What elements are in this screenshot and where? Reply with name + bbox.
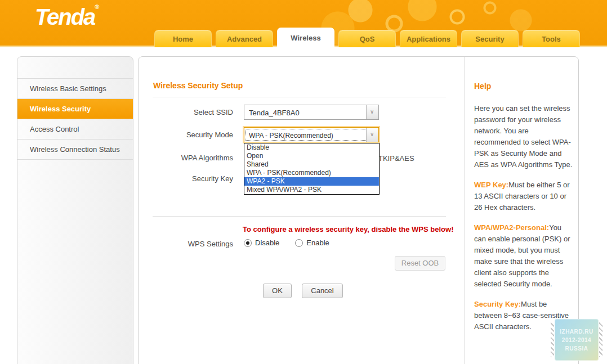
dropdown-option-mixed-wpa-wpa2-psk[interactable]: Mixed WPA/WPA2 - PSK [244, 186, 379, 194]
help-section-wep-key: WEP Key:Must be either 5 or 13 ASCII cha… [474, 179, 573, 213]
tab-advanced[interactable]: Advanced [216, 30, 273, 47]
wps-enable-label[interactable]: Enable [306, 239, 329, 247]
watermark-stamp: IZHARD.RU 2012-2014 RUSSIA [555, 319, 599, 361]
content-panel: Wireless Security Setup Select SSID Tend… [138, 56, 579, 364]
wps-disable-radio[interactable] [244, 239, 252, 247]
cancel-button[interactable]: Cancel [302, 284, 343, 298]
main-nav: Home Advanced Wireless QoS Applications … [154, 28, 580, 47]
wpa-algorithms-option-tkip-aes[interactable]: TKIP&AES [378, 154, 414, 163]
select-ssid-dropdown[interactable]: Tenda_4BF8A0 [244, 105, 379, 120]
dropdown-option-disable[interactable]: Disable [244, 143, 379, 152]
security-mode-label: Security Mode [139, 131, 233, 139]
dropdown-option-wpa2-psk[interactable]: WPA2 - PSK [244, 177, 379, 186]
sidebar-item-wireless-basic-settings[interactable]: Wireless Basic Settings [17, 78, 133, 98]
help-section-wpa-personal: WPA/WPA2-Personal:You can enable persona… [474, 222, 573, 290]
reset-oob-button[interactable]: Reset OOB [395, 256, 445, 271]
tab-qos[interactable]: QoS [338, 30, 396, 47]
tab-tools[interactable]: Tools [523, 30, 580, 47]
help-keyword-wep-key: WEP Key: [474, 181, 508, 189]
app-header: Tenda® Home Advanced Wireless QoS Applic… [0, 0, 607, 47]
sidebar: Wireless Basic Settings Wireless Securit… [17, 56, 133, 364]
help-keyword-wpa-personal: WPA/WPA2-Personal: [474, 223, 549, 232]
select-ssid-value: Tenda_4BF8A0 [249, 109, 300, 117]
ok-button[interactable]: OK [263, 284, 292, 298]
registered-mark: ® [95, 3, 99, 10]
chevron-down-icon[interactable] [366, 128, 378, 142]
dropdown-option-open[interactable]: Open [244, 152, 379, 160]
wps-enable-radio[interactable] [295, 239, 303, 247]
watermark-line-1: IZHARD.RU [555, 327, 599, 336]
logo-text: Tenda [35, 5, 95, 29]
sidebar-item-access-control[interactable]: Access Control [17, 119, 133, 139]
wps-warning-text: To configure a wireless security key, di… [243, 225, 453, 233]
sidebar-item-wireless-security[interactable]: Wireless Security [17, 98, 133, 119]
select-ssid-label: Select SSID [139, 108, 233, 116]
wpa-algorithms-label: WPA Algorithms [139, 154, 233, 162]
watermark-line-2: 2012-2014 [555, 336, 599, 344]
help-intro: Here you can set the wireless password f… [474, 103, 573, 170]
divider [153, 97, 446, 97]
chevron-down-icon[interactable] [366, 105, 378, 119]
help-divider [464, 57, 465, 364]
wps-settings-label: WPS Settings [139, 240, 233, 248]
sidebar-spacer [17, 57, 133, 78]
dropdown-option-wpa-psk[interactable]: WPA - PSK(Recommended) [244, 169, 379, 177]
tab-wireless[interactable]: Wireless [277, 28, 334, 47]
sidebar-item-wireless-connection-status[interactable]: Wireless Connection Status [17, 139, 133, 159]
tab-applications[interactable]: Applications [400, 30, 457, 47]
security-mode-options-list: Disable Open Shared WPA - PSK(Recommende… [244, 143, 380, 195]
watermark-line-3: RUSSIA [555, 344, 599, 353]
wps-disable-label[interactable]: Disable [255, 239, 279, 247]
page-title: Wireless Security Setup [153, 81, 243, 90]
security-key-label: Security Key [139, 174, 233, 183]
dropdown-option-shared[interactable]: Shared [244, 160, 379, 169]
security-mode-value: WPA - PSK(Recommended) [249, 132, 333, 140]
divider [153, 216, 446, 217]
tenda-logo: Tenda® [35, 3, 99, 30]
help-title: Help [474, 82, 573, 91]
help-panel: Help Here you can set the wireless passw… [474, 82, 573, 341]
tab-security[interactable]: Security [461, 30, 519, 47]
wps-radio-group: DisableEnable [244, 239, 345, 247]
help-text-wpa-personal: You can enable personal (PSK) or mixed m… [474, 223, 570, 288]
tab-home[interactable]: Home [154, 30, 212, 47]
help-keyword-security-key: Security Key: [474, 300, 521, 308]
security-mode-dropdown[interactable]: WPA - PSK(Recommended) [244, 127, 379, 142]
